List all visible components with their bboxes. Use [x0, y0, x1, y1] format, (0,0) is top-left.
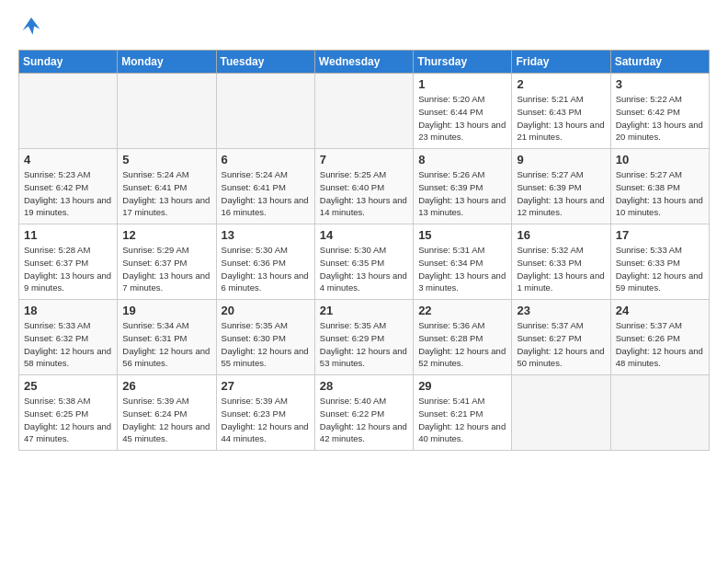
sunrise-text: Sunrise: 5:20 AM [418, 94, 484, 104]
day-number: 9 [517, 153, 605, 167]
sunset-text: Sunset: 6:24 PM [122, 408, 187, 419]
day-info: Sunrise: 5:35 AM Sunset: 6:29 PM Dayligh… [320, 319, 408, 370]
day-info: Sunrise: 5:31 AM Sunset: 6:34 PM Dayligh… [418, 244, 506, 294]
daylight-text: Daylight: 12 hours and 58 minutes. [24, 346, 111, 369]
day-info: Sunrise: 5:23 AM Sunset: 6:42 PM Dayligh… [24, 168, 112, 219]
sunset-text: Sunset: 6:30 PM [222, 333, 286, 343]
day-number: 24 [616, 304, 704, 317]
sunset-text: Sunset: 6:36 PM [222, 258, 286, 268]
daylight-text: Daylight: 13 hours and 9 minutes. [24, 270, 111, 293]
calendar-cell: 22 Sunrise: 5:36 AM Sunset: 6:28 PM Dayl… [414, 300, 512, 375]
daylight-text: Daylight: 12 hours and 40 minutes. [418, 421, 506, 444]
calendar-cell: 11 Sunrise: 5:28 AM Sunset: 6:37 PM Dayl… [19, 224, 118, 300]
calendar-cell [118, 74, 216, 149]
day-info: Sunrise: 5:27 AM Sunset: 6:39 PM Dayligh… [517, 168, 605, 219]
day-number: 21 [320, 304, 408, 317]
day-info: Sunrise: 5:36 AM Sunset: 6:28 PM Dayligh… [418, 319, 506, 370]
sunset-text: Sunset: 6:37 PM [122, 258, 187, 268]
day-info: Sunrise: 5:39 AM Sunset: 6:23 PM Dayligh… [222, 395, 310, 445]
sunset-text: Sunset: 6:23 PM [222, 408, 286, 419]
sunset-text: Sunset: 6:35 PM [320, 258, 384, 268]
day-info: Sunrise: 5:29 AM Sunset: 6:37 PM Dayligh… [122, 244, 210, 294]
svg-marker-0 [23, 17, 40, 35]
daylight-text: Daylight: 13 hours and 10 minutes. [616, 195, 703, 218]
column-header-friday: Friday [512, 51, 610, 74]
sunrise-text: Sunrise: 5:39 AM [122, 396, 188, 406]
logo-icon [18, 15, 44, 40]
day-number: 14 [320, 228, 408, 242]
calendar-cell: 17 Sunrise: 5:33 AM Sunset: 6:33 PM Dayl… [610, 224, 709, 300]
day-info: Sunrise: 5:25 AM Sunset: 6:40 PM Dayligh… [320, 168, 408, 219]
sunrise-text: Sunrise: 5:23 AM [24, 169, 90, 179]
column-header-monday: Monday [118, 51, 216, 74]
calendar-cell [216, 74, 314, 149]
daylight-text: Daylight: 13 hours and 17 minutes. [122, 195, 210, 218]
calendar-header-row: SundayMondayTuesdayWednesdayThursdayFrid… [19, 51, 710, 74]
day-info: Sunrise: 5:35 AM Sunset: 6:30 PM Dayligh… [222, 319, 310, 370]
calendar-cell: 29 Sunrise: 5:41 AM Sunset: 6:21 PM Dayl… [414, 375, 512, 451]
day-info: Sunrise: 5:37 AM Sunset: 6:27 PM Dayligh… [517, 319, 605, 370]
column-header-wednesday: Wednesday [314, 51, 413, 74]
sunrise-text: Sunrise: 5:40 AM [320, 396, 386, 406]
daylight-text: Daylight: 12 hours and 48 minutes. [616, 346, 703, 369]
day-info: Sunrise: 5:41 AM Sunset: 6:21 PM Dayligh… [418, 395, 506, 445]
sunrise-text: Sunrise: 5:31 AM [418, 245, 484, 255]
day-info: Sunrise: 5:22 AM Sunset: 6:42 PM Dayligh… [616, 93, 704, 144]
day-number: 25 [24, 379, 112, 393]
day-info: Sunrise: 5:30 AM Sunset: 6:36 PM Dayligh… [222, 244, 310, 294]
sunset-text: Sunset: 6:43 PM [517, 107, 581, 117]
day-number: 10 [616, 153, 704, 167]
sunset-text: Sunset: 6:41 PM [122, 182, 187, 192]
calendar-cell: 16 Sunrise: 5:32 AM Sunset: 6:33 PM Dayl… [512, 224, 610, 300]
day-info: Sunrise: 5:39 AM Sunset: 6:24 PM Dayligh… [122, 395, 210, 445]
sunset-text: Sunset: 6:22 PM [320, 408, 384, 419]
sunset-text: Sunset: 6:33 PM [616, 258, 680, 268]
daylight-text: Daylight: 12 hours and 52 minutes. [418, 346, 506, 369]
daylight-text: Daylight: 13 hours and 14 minutes. [320, 195, 407, 218]
column-header-thursday: Thursday [414, 51, 512, 74]
sunrise-text: Sunrise: 5:41 AM [418, 396, 484, 406]
daylight-text: Daylight: 12 hours and 56 minutes. [122, 346, 210, 369]
day-number: 5 [122, 153, 210, 167]
column-header-tuesday: Tuesday [216, 51, 314, 74]
sunset-text: Sunset: 6:28 PM [418, 333, 483, 343]
sunset-text: Sunset: 6:42 PM [616, 107, 680, 117]
calendar-cell: 27 Sunrise: 5:39 AM Sunset: 6:23 PM Dayl… [216, 375, 314, 451]
sunrise-text: Sunrise: 5:29 AM [122, 245, 188, 255]
day-info: Sunrise: 5:24 AM Sunset: 6:41 PM Dayligh… [122, 168, 210, 219]
day-number: 17 [616, 228, 704, 242]
day-info: Sunrise: 5:20 AM Sunset: 6:44 PM Dayligh… [418, 93, 506, 144]
calendar-week-row: 1 Sunrise: 5:20 AM Sunset: 6:44 PM Dayli… [19, 74, 710, 149]
day-number: 8 [418, 153, 506, 167]
sunrise-text: Sunrise: 5:27 AM [517, 169, 583, 179]
day-number: 23 [517, 304, 605, 317]
calendar-cell: 25 Sunrise: 5:38 AM Sunset: 6:25 PM Dayl… [19, 375, 118, 451]
calendar-cell: 23 Sunrise: 5:37 AM Sunset: 6:27 PM Dayl… [512, 300, 610, 375]
sunrise-text: Sunrise: 5:27 AM [616, 169, 682, 179]
day-number: 7 [320, 153, 408, 167]
calendar-week-row: 25 Sunrise: 5:38 AM Sunset: 6:25 PM Dayl… [19, 375, 710, 451]
sunrise-text: Sunrise: 5:30 AM [320, 245, 386, 255]
day-number: 11 [24, 228, 112, 242]
daylight-text: Daylight: 12 hours and 47 minutes. [24, 421, 111, 444]
day-number: 27 [222, 379, 310, 393]
day-number: 4 [24, 153, 112, 167]
daylight-text: Daylight: 13 hours and 20 minutes. [616, 120, 703, 143]
sunrise-text: Sunrise: 5:22 AM [616, 94, 682, 104]
sunset-text: Sunset: 6:31 PM [122, 333, 187, 343]
daylight-text: Daylight: 13 hours and 13 minutes. [418, 195, 506, 218]
day-number: 12 [122, 228, 210, 242]
day-info: Sunrise: 5:24 AM Sunset: 6:41 PM Dayligh… [222, 168, 310, 219]
daylight-text: Daylight: 12 hours and 50 minutes. [517, 346, 604, 369]
day-info: Sunrise: 5:27 AM Sunset: 6:38 PM Dayligh… [616, 168, 704, 219]
sunset-text: Sunset: 6:38 PM [616, 182, 680, 192]
sunset-text: Sunset: 6:27 PM [517, 333, 581, 343]
sunrise-text: Sunrise: 5:24 AM [222, 169, 288, 179]
day-number: 15 [418, 228, 506, 242]
sunset-text: Sunset: 6:41 PM [222, 182, 286, 192]
calendar-cell: 15 Sunrise: 5:31 AM Sunset: 6:34 PM Dayl… [414, 224, 512, 300]
sunset-text: Sunset: 6:26 PM [616, 333, 680, 343]
calendar-cell: 20 Sunrise: 5:35 AM Sunset: 6:30 PM Dayl… [216, 300, 314, 375]
calendar-week-row: 18 Sunrise: 5:33 AM Sunset: 6:32 PM Dayl… [19, 300, 710, 375]
calendar-cell: 12 Sunrise: 5:29 AM Sunset: 6:37 PM Dayl… [118, 224, 216, 300]
